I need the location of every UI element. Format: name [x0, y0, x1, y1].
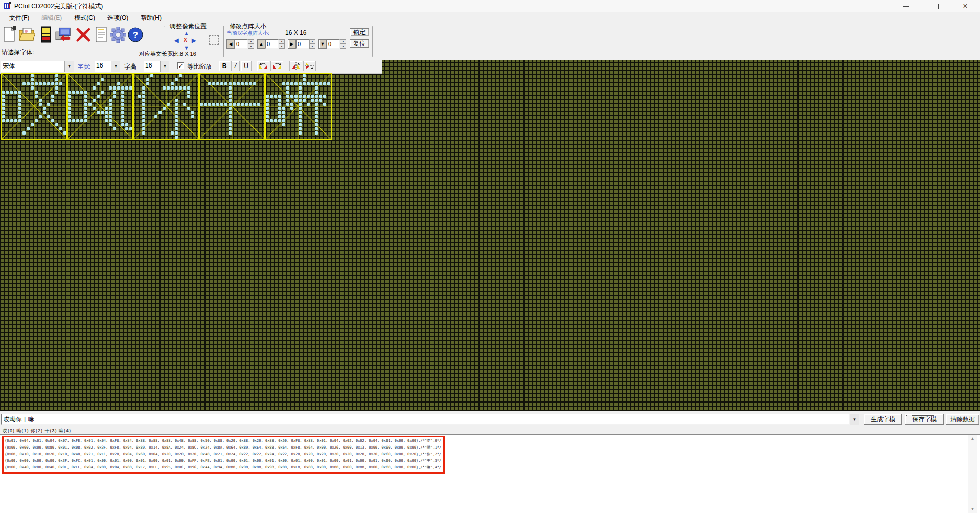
- menu-mode[interactable]: 模式(C): [68, 12, 101, 24]
- left-offset-input[interactable]: [235, 39, 248, 49]
- menu-bar: 文件(F) 编辑(E) 模式(C) 选项(O) 帮助(H): [0, 12, 980, 24]
- lit-pixel: [150, 74, 153, 77]
- lit-pixel: [299, 82, 302, 85]
- lit-pixel: [27, 82, 30, 85]
- char-width-dropdown-icon[interactable]: ▼: [111, 61, 120, 72]
- lock-button[interactable]: 锁定: [350, 28, 369, 36]
- right-offset-updown[interactable]: ▲▼: [309, 39, 315, 49]
- scroll-down-icon[interactable]: ▼: [968, 505, 977, 513]
- menu-file[interactable]: 文件(F): [3, 12, 35, 24]
- move-right-button[interactable]: ▶: [192, 37, 196, 44]
- code-output-area[interactable]: {0x01, 0x04, 0x01, 0x04, 0x07, 0xFE, 0x0…: [0, 434, 980, 514]
- lit-pixel: [121, 123, 124, 126]
- code-highlight-box: {0x01, 0x04, 0x01, 0x04, 0x07, 0xFE, 0x0…: [2, 436, 445, 474]
- reset-button[interactable]: 复位: [350, 39, 369, 48]
- lit-pixel: [200, 103, 203, 106]
- generate-font-button[interactable]: 生成字模: [864, 414, 902, 425]
- delete-button[interactable]: [75, 25, 92, 45]
- font-family-dropdown-icon[interactable]: ▼: [64, 61, 74, 72]
- lit-pixel: [171, 82, 174, 85]
- lit-pixel: [299, 86, 302, 90]
- minimize-button[interactable]: [891, 0, 921, 12]
- help-button[interactable]: ?: [127, 25, 144, 45]
- bottom-edge-icon[interactable]: ▼: [318, 39, 327, 49]
- lit-pixel: [175, 86, 178, 90]
- close-button[interactable]: ×: [950, 0, 980, 12]
- code-output: {0x01, 0x04, 0x01, 0x04, 0x07, 0xFE, 0x0…: [5, 438, 441, 471]
- rotate-right-button[interactable]: [270, 61, 283, 71]
- bottom-offset-input[interactable]: [327, 39, 340, 49]
- lit-pixel: [80, 91, 83, 94]
- top-edge-icon[interactable]: ▲: [257, 39, 265, 49]
- char-height-select[interactable]: 16 ▼: [144, 61, 169, 72]
- lcd-canvas[interactable]: 宋体 ▼ 字宽: 16 ▼ 字高 16 ▼ ✓ 等比缩放 B / U: [0, 60, 980, 411]
- top-offset-updown[interactable]: ▲▼: [279, 39, 285, 49]
- lit-pixel: [303, 95, 306, 98]
- clear-data-button[interactable]: 清除数据: [946, 414, 979, 425]
- lit-pixel: [290, 103, 293, 106]
- italic-button[interactable]: /: [231, 61, 240, 71]
- underline-button[interactable]: U: [241, 61, 252, 71]
- lit-pixel: [245, 82, 248, 85]
- char-box-2: [132, 73, 200, 140]
- top-offset-input[interactable]: [265, 39, 279, 49]
- center-button[interactable]: X: [184, 37, 187, 43]
- lit-pixel: [278, 111, 281, 114]
- lit-pixel: [84, 91, 87, 94]
- lit-pixel: [27, 127, 30, 130]
- flip-vertical-button[interactable]: [303, 61, 316, 71]
- text-input[interactable]: [1, 414, 850, 425]
- move-up-button[interactable]: ▲: [184, 30, 189, 36]
- settings-button[interactable]: [109, 25, 126, 45]
- right-offset-input[interactable]: [296, 39, 309, 49]
- lit-pixel: [35, 91, 38, 94]
- notes-button[interactable]: [93, 25, 110, 45]
- lit-pixel: [282, 82, 285, 85]
- top-edge-spinner: ▲ ▲▼: [257, 39, 285, 49]
- lit-pixel: [229, 91, 232, 94]
- proportional-scale-checkbox[interactable]: ✓: [177, 62, 184, 69]
- lit-pixel: [233, 103, 236, 106]
- lit-pixel: [68, 111, 71, 114]
- bold-button[interactable]: B: [219, 61, 230, 71]
- lit-pixel: [303, 99, 306, 102]
- bottom-offset-updown[interactable]: ▲▼: [340, 39, 346, 49]
- lit-pixel: [121, 111, 124, 114]
- char-width-select[interactable]: 16 ▼: [95, 61, 120, 72]
- left-offset-updown[interactable]: ▲▼: [248, 39, 254, 49]
- lit-pixel: [142, 111, 145, 114]
- text-input-dropdown-icon[interactable]: ▼: [850, 414, 859, 425]
- lit-pixel: [97, 95, 100, 98]
- rotate-left-button[interactable]: [257, 61, 269, 71]
- flip-horizontal-button[interactable]: [289, 61, 302, 71]
- lit-pixel: [266, 103, 269, 106]
- open-image-button[interactable]: [18, 25, 35, 45]
- import-lcd-button[interactable]: [55, 25, 72, 45]
- new-file-button[interactable]: [1, 25, 18, 45]
- output-scrollbar[interactable]: ▲ ▼: [968, 435, 977, 513]
- lit-pixel: [224, 82, 227, 85]
- lit-pixel: [315, 107, 318, 110]
- menu-edit[interactable]: 编辑(E): [35, 12, 68, 24]
- char-height-dropdown-icon[interactable]: ▼: [160, 61, 169, 72]
- scroll-up-icon[interactable]: ▲: [968, 435, 977, 443]
- move-left-button[interactable]: ◀: [174, 37, 178, 44]
- lit-pixel: [237, 103, 240, 106]
- lit-pixel: [121, 103, 124, 106]
- left-edge-icon[interactable]: ◀: [226, 39, 235, 49]
- font-family-select[interactable]: 宋体 ▼: [1, 61, 74, 72]
- lit-pixel: [282, 115, 285, 118]
- right-edge-icon[interactable]: ▶: [288, 39, 296, 49]
- menu-options[interactable]: 选项(O): [101, 12, 134, 24]
- lit-pixel: [51, 119, 54, 122]
- menu-help[interactable]: 帮助(H): [134, 12, 168, 24]
- restore-button[interactable]: [921, 0, 950, 12]
- selection-frame-icon[interactable]: [209, 35, 219, 45]
- lit-pixel: [290, 107, 293, 110]
- flip-vertical-icon: [305, 62, 314, 70]
- lit-pixel: [294, 99, 298, 102]
- lit-pixel: [163, 107, 166, 110]
- save-font-button[interactable]: 保存字模: [905, 414, 944, 425]
- font-device-button[interactable]: [38, 25, 55, 45]
- lit-pixel: [237, 82, 240, 85]
